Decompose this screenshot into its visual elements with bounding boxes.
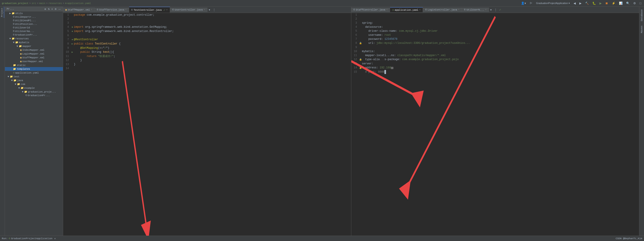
sidebar-sort-btn[interactable]: ≡: [51, 8, 53, 10]
maven-label[interactable]: Maven: [640, 26, 643, 33]
right-tabs-menu-btn[interactable]: ⋮: [493, 7, 498, 12]
folder-arrow-example-icon: ▼: [18, 87, 20, 89]
com-label: com: [21, 83, 25, 86]
user-icon-btn[interactable]: 👤▾: [520, 1, 527, 5]
yaml-line-10: 10 mybatis:: [351, 49, 639, 53]
gradproj-label: graduation_proje...: [28, 91, 56, 93]
tree-templates-folder[interactable]: 📁 templates: [5, 67, 63, 71]
run-app-label[interactable]: GraduationProjectApplication: [11, 237, 52, 240]
right-editor-content[interactable]: 1 2 3: [351, 13, 639, 236]
window-btn[interactable]: □: [639, 1, 642, 5]
tree-graduationprc[interactable]: © GraduationPr...: [5, 33, 63, 37]
staffmapper-tab-close[interactable]: ×: [91, 8, 92, 11]
application-yaml-tab-icon: ⚙: [392, 8, 394, 11]
code-line-12: 12 }: [63, 58, 351, 62]
tree-test-folder[interactable]: ▼ 📁 test: [5, 75, 63, 78]
tree-utildlandpl[interactable]: © UtilDlAndPl...: [5, 19, 63, 22]
staffmapper-tab-label: StaffMapper.xml: [68, 8, 90, 11]
left-editor-content[interactable]: 1 package com.example.graduation_project…: [63, 13, 351, 236]
right-tabs-more-btn[interactable]: ▾: [489, 7, 493, 12]
folder-arrow-com-icon: ▼: [15, 83, 16, 86]
com-folder-icon: 📁: [17, 83, 20, 86]
tab-logincontroller[interactable]: © LoginController.java ×: [423, 7, 462, 12]
left-tabs-menu-btn[interactable]: ⋮: [212, 7, 217, 12]
tab-staffservice[interactable]: © StaffService.java ×: [95, 7, 129, 12]
debug-btn[interactable]: 🐛: [592, 1, 597, 5]
breadcrumb-main[interactable]: main: [40, 2, 45, 5]
breadcrumb-project[interactable]: graduation_project: [2, 2, 28, 5]
code-text-2: [74, 17, 350, 21]
staffcontroller-tab-close[interactable]: ×: [386, 8, 388, 11]
build-btn[interactable]: 🔨: [584, 1, 590, 5]
search-icon-btn[interactable]: 🔍: [625, 1, 630, 5]
tree-application-yaml[interactable]: ⚙ application.yaml: [5, 71, 63, 75]
utiluserid-label: UtilUserId: [15, 26, 30, 29]
tree-resources-folder[interactable]: ▼ 📁 resources: [5, 37, 63, 40]
tree-mapper-folder[interactable]: ▼ 📁 mapper: [5, 44, 63, 48]
flag-btn[interactable]: 🏳: [529, 1, 534, 5]
tree-grad-proj-folder[interactable]: ▼ 📁 graduation_proje...: [5, 90, 63, 94]
forward-btn[interactable]: ▶: [578, 1, 582, 5]
left-tabs-more-btn[interactable]: ▾: [208, 7, 212, 12]
loginmapper-label: LoginMapper.xml: [22, 52, 44, 55]
yaml-num-1: 1: [352, 13, 359, 17]
tree-usermapper[interactable]: ▣ UserMapper.xml: [5, 59, 63, 63]
staffservice-tab-close[interactable]: ×: [125, 8, 127, 11]
sidebar-plus-btn[interactable]: ⊕: [44, 8, 46, 10]
tree-java-folder[interactable]: ▼ 📁 java: [5, 78, 63, 82]
sidebar-sync-btn[interactable]: ⇅: [48, 8, 50, 10]
main-layout: Project Pr... ⊕ ⇅ ≡ ⚙ — ▶ 📁 Utils ©: [0, 7, 644, 236]
settings-btn[interactable]: ⚙: [632, 1, 637, 5]
utildlandpl-label: UtilDlAndPl...: [15, 19, 36, 22]
line-num-5: 5: [64, 29, 71, 33]
yaml-text-1: [362, 13, 638, 17]
run-btn[interactable]: ▶: [598, 1, 602, 5]
gutter-8: ▶: [71, 42, 74, 46]
utilusern-tab-close[interactable]: ×: [485, 8, 486, 11]
back-btn[interactable]: ◀: [572, 1, 577, 5]
tree-indexmapper[interactable]: ▣ IndexMapper.xml: [5, 48, 63, 52]
tree-com-folder[interactable]: ▼ 📁 com: [5, 82, 63, 86]
profiler-btn[interactable]: 📊: [618, 1, 624, 5]
testcontroller-tab-close[interactable]: ×: [166, 9, 168, 11]
tree-static-folder[interactable]: 📁 static: [5, 63, 63, 67]
staffservice-tab-icon: ©: [97, 8, 98, 11]
breadcrumb-resources[interactable]: resources: [48, 2, 62, 5]
tree-graduation-app[interactable]: © GraduationPr...: [5, 94, 63, 97]
sidebar-settings-btn[interactable]: ⚙: [54, 8, 57, 10]
run-close-btn[interactable]: ×: [53, 237, 56, 240]
logincontroller-tab-close[interactable]: ×: [458, 8, 460, 11]
project-tab[interactable]: Project: [0, 7, 4, 18]
editors-split: ▣ StaffMapper.xml × © StaffService.java …: [63, 7, 639, 236]
tab-staffcontroller[interactable]: © StaffController.java ×: [351, 7, 390, 12]
app-selector[interactable]: GraduationProjectApplication ▾: [535, 1, 571, 5]
tree-utildepartr[interactable]: © UtilDepartr...: [5, 15, 63, 19]
sidebar-close-btn[interactable]: —: [58, 8, 61, 10]
breadcrumb-src[interactable]: src: [32, 2, 36, 5]
application-yaml-tab-close[interactable]: ×: [419, 9, 420, 11]
mybatis-label: mybatis: [19, 41, 29, 44]
java-label: java: [17, 79, 23, 82]
tab-usercontroller[interactable]: © UserController.java ×: [170, 7, 208, 12]
tree-staffmapper[interactable]: ▣ StaffMapper.xml: [5, 56, 63, 59]
yaml-num-15: 15: [352, 70, 359, 74]
tree-loginmapper[interactable]: ▣ LoginMapper.xml: [5, 52, 63, 56]
database-label[interactable]: Database: [640, 9, 643, 21]
breadcrumb-file[interactable]: ⚙ application.yaml: [65, 2, 91, 5]
tab-utilusern[interactable]: © UtilUserN... ×: [462, 7, 489, 12]
tab-application-yaml[interactable]: ⚙ application.yaml ×: [390, 7, 423, 12]
yaml-line-14: 14 🔒 address: 192.168■■: [351, 66, 639, 70]
tab-testcontroller[interactable]: © TestController.java ✓ ×: [129, 7, 170, 13]
tree-example-folder[interactable]: ▼ 📁 example: [5, 86, 63, 90]
tree-utils-folder[interactable]: ▶ 📁 Utils: [5, 11, 63, 15]
stop-btn[interactable]: ⏹: [604, 1, 609, 5]
usercontroller-tab-close[interactable]: ×: [204, 8, 205, 11]
tab-staffmapper[interactable]: ▣ StaffMapper.xml ×: [63, 7, 95, 12]
coverage-btn[interactable]: ⚡: [611, 1, 616, 5]
utildepartr-label: UtilDepartr...: [15, 16, 36, 18]
tree-utiluserna[interactable]: © UtilUserNa...: [5, 29, 63, 33]
tree-utilposition[interactable]: © UtilPosition...: [5, 22, 63, 26]
gutter-4: ✱: [71, 25, 74, 29]
tree-utiluserid[interactable]: © UtilUserId: [5, 26, 63, 29]
tree-mybatis-folder[interactable]: ▼ 📁 mybatis: [5, 40, 63, 44]
